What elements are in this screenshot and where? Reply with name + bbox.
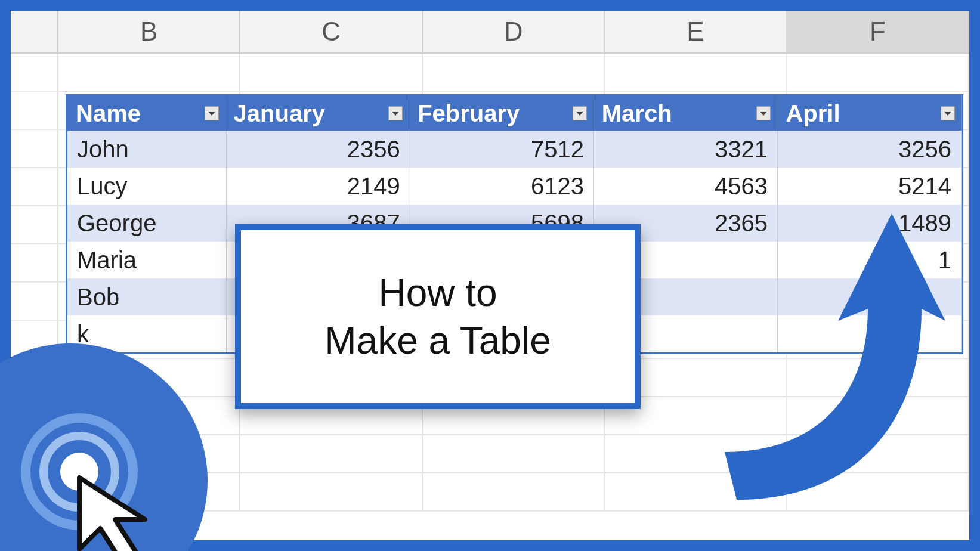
table-header-march[interactable]: March xyxy=(593,96,778,131)
column-header-e[interactable]: E xyxy=(605,11,787,52)
overlay-title-box: How to Make a Table xyxy=(235,224,641,409)
table-header-april[interactable]: April xyxy=(777,96,962,131)
table-row[interactable]: John 2356 7512 3321 3256 xyxy=(67,131,962,168)
cell-value[interactable]: 6123 xyxy=(410,168,594,205)
cell-name[interactable]: John xyxy=(67,131,227,168)
overlay-title-line1: How to xyxy=(324,269,551,317)
column-header-f[interactable]: F xyxy=(787,11,969,52)
cell-value[interactable]: 5214 xyxy=(778,168,962,205)
cell-name[interactable]: George xyxy=(67,205,227,242)
filter-dropdown-icon[interactable] xyxy=(941,106,955,120)
table-header-name[interactable]: Name xyxy=(67,96,225,131)
filter-dropdown-icon[interactable] xyxy=(756,106,771,120)
spreadsheet-area: B C D E F Name xyxy=(11,11,969,540)
click-cursor-icon xyxy=(11,409,166,551)
table-header-label: Name xyxy=(76,100,141,127)
column-header-c[interactable]: C xyxy=(240,11,422,52)
cell-value[interactable]: 3256 xyxy=(778,131,962,168)
cell-value[interactable]: 3321 xyxy=(594,131,778,168)
column-header-b[interactable]: B xyxy=(58,11,240,52)
cell-name[interactable]: Bob xyxy=(67,278,227,315)
cell-value[interactable]: 1489 xyxy=(778,205,962,242)
table-header-label: March xyxy=(602,100,672,127)
cell-value[interactable] xyxy=(778,278,962,315)
table-header-january[interactable]: January xyxy=(225,96,410,131)
table-header-label: January xyxy=(234,100,325,127)
cell-value[interactable]: 2149 xyxy=(227,168,410,205)
cell-value[interactable]: 4563 xyxy=(594,168,778,205)
table-header-label: April xyxy=(786,100,840,127)
table-row[interactable]: Lucy 2149 6123 4563 5214 xyxy=(67,168,962,205)
column-header-row: B C D E F xyxy=(11,11,969,54)
overlay-title-line2: Make a Table xyxy=(324,317,551,364)
thumbnail-frame: B C D E F Name xyxy=(0,0,980,551)
table-header-label: February xyxy=(418,100,520,127)
cell-name[interactable]: Maria xyxy=(67,242,227,278)
cell-value[interactable] xyxy=(778,315,962,352)
cell-value[interactable]: 2356 xyxy=(227,131,410,168)
table-header-february[interactable]: February xyxy=(409,96,593,131)
filter-dropdown-icon[interactable] xyxy=(388,106,403,120)
cell-value[interactable]: 7512 xyxy=(410,131,594,168)
table-header-row: Name January February March April xyxy=(67,96,962,131)
header-stub xyxy=(11,11,58,52)
cell-value[interactable]: 1 xyxy=(778,242,962,278)
filter-dropdown-icon[interactable] xyxy=(573,106,587,120)
filter-dropdown-icon[interactable] xyxy=(205,106,219,120)
column-header-d[interactable]: D xyxy=(423,11,605,52)
cell-name[interactable]: Lucy xyxy=(67,168,227,205)
